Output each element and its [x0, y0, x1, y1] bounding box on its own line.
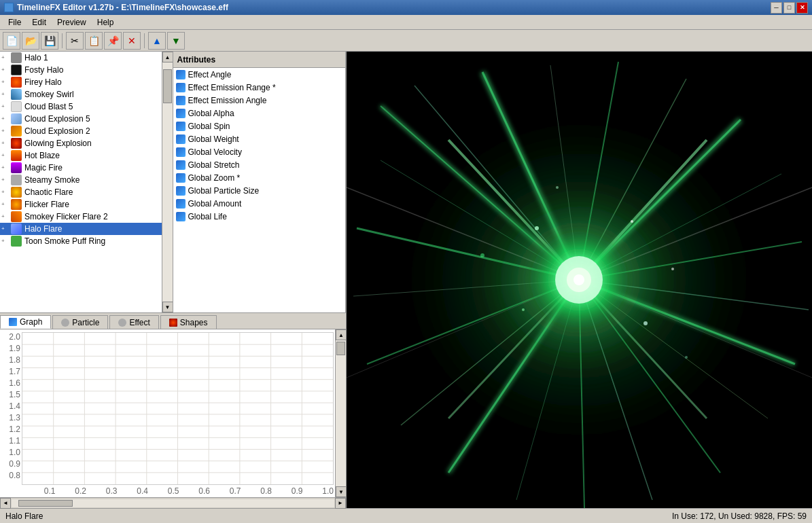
list-item[interactable]: + Chaotic Flare [0, 186, 162, 198]
copy-button[interactable]: 📋 [85, 32, 103, 50]
tab-particle[interactable]: Particle [52, 315, 108, 329]
y-label: 1.3 [1, 413, 20, 422]
menu-preview[interactable]: Preview [52, 16, 92, 29]
attr-item[interactable]: Global Zoom * [173, 171, 346, 184]
attr-name: Effect Emission Range * [188, 83, 276, 92]
save-button[interactable]: 💾 [41, 32, 58, 50]
list-item[interactable]: + Smokey Flicker Flare 2 [0, 211, 162, 223]
left-top-panel: + Halo 1 + Fosty Halo + [0, 52, 346, 313]
effect-thumbnail [11, 211, 22, 222]
list-item-selected[interactable]: + Halo Flare [0, 223, 162, 235]
expand-icon[interactable]: + [1, 67, 8, 73]
scroll-up-arrow[interactable]: ▲ [162, 52, 173, 62]
list-item[interactable]: + Hot Blaze [0, 149, 162, 162]
graph-scroll-left[interactable]: ◄ [0, 498, 11, 509]
y-spacer [1, 482, 20, 494]
effect-name: Hot Blaze [24, 151, 60, 160]
expand-icon[interactable]: + [1, 79, 8, 86]
menu-help[interactable]: Help [92, 16, 120, 29]
attr-item[interactable]: Effect Emission Angle [173, 94, 346, 107]
graph-hscroll-thumb[interactable] [18, 500, 73, 507]
attr-item[interactable]: Global Stretch [173, 158, 346, 171]
expand-icon[interactable]: + [1, 201, 8, 208]
graph-hscroll-track[interactable] [12, 499, 334, 507]
scroll-thumb[interactable] [163, 69, 172, 103]
svg-point-69 [480, 253, 484, 257]
close-button[interactable]: ✕ [796, 2, 808, 14]
expand-icon[interactable]: + [1, 115, 8, 122]
effect-name: Fosty Halo [24, 65, 63, 75]
attr-item[interactable]: Global Spin [173, 120, 346, 132]
expand-icon[interactable]: + [1, 103, 8, 110]
graph-x-labels: 0.0 0.1 0.2 0.3 0.4 0.5 0.6 0.7 0.8 0.9 … [22, 485, 335, 497]
list-item[interactable]: + Cloud Blast 5 [0, 101, 162, 113]
graph-scroll-down[interactable]: ▼ [336, 486, 346, 497]
graph-content: 2.0 1.9 1.8 1.7 1.6 1.5 1.4 1.3 1.2 1.1 … [0, 329, 346, 497]
graph-vscroll-thumb[interactable] [336, 342, 345, 355]
expand-icon[interactable]: + [1, 140, 8, 147]
graph-y-labels: 2.0 1.9 1.8 1.7 1.6 1.5 1.4 1.3 1.2 1.1 … [0, 329, 22, 497]
list-item[interactable]: + Cloud Explosion 2 [0, 125, 162, 137]
expand-icon[interactable]: + [1, 128, 8, 134]
menu-edit[interactable]: Edit [27, 16, 52, 29]
list-item[interactable]: + Cloud Explosion 5 [0, 113, 162, 125]
attr-item[interactable]: Global Life [173, 210, 346, 223]
menu-file[interactable]: File [3, 16, 27, 29]
attr-item[interactable]: Global Alpha [173, 107, 346, 120]
expand-icon[interactable]: + [1, 238, 8, 245]
list-item[interactable]: + Firey Halo [0, 76, 162, 88]
expand-icon[interactable]: + [1, 226, 8, 232]
list-item[interactable]: + Fosty Halo [0, 64, 162, 76]
paste-button[interactable]: 📌 [104, 32, 122, 50]
expand-icon[interactable]: + [1, 164, 8, 171]
tab-shapes[interactable]: Shapes [160, 315, 217, 329]
open-button[interactable]: 📂 [22, 32, 39, 50]
list-item[interactable]: + Glowing Explosion [0, 137, 162, 149]
list-item[interactable]: + Magic Fire [0, 162, 162, 174]
tab-effect[interactable]: Effect [109, 315, 158, 329]
graph-grid-svg [22, 333, 333, 484]
effect-thumbnail [11, 187, 22, 198]
new-button[interactable]: 📄 [3, 32, 20, 50]
expand-icon[interactable]: + [1, 213, 8, 220]
list-item[interactable]: + Steamy Smoke [0, 174, 162, 186]
attr-item[interactable]: Global Particle Size [173, 184, 346, 197]
graph-area[interactable] [22, 332, 334, 485]
graph-vscroll-track[interactable] [336, 340, 346, 486]
effect-thumbnail [11, 150, 22, 161]
cut-button[interactable]: ✂ [66, 32, 84, 50]
tab-graph-label: Graph [20, 317, 42, 327]
effect-thumbnail [11, 236, 22, 247]
expand-icon[interactable]: + [1, 189, 8, 196]
scroll-track[interactable] [162, 62, 173, 302]
expand-icon[interactable]: + [1, 177, 8, 183]
list-item[interactable]: + Flicker Flare [0, 198, 162, 211]
expand-icon[interactable]: + [1, 152, 8, 159]
maximize-button[interactable]: □ [783, 2, 795, 14]
attr-item[interactable]: Effect Emission Range * [173, 81, 346, 94]
list-item[interactable]: + Toon Smoke Puff Ring [0, 235, 162, 247]
scroll-down-arrow[interactable]: ▼ [162, 302, 173, 312]
expand-icon[interactable]: + [1, 91, 8, 98]
minimize-button[interactable]: ─ [771, 2, 782, 14]
x-label: 1.0 [322, 486, 334, 497]
move-up-button[interactable]: ▲ [148, 32, 166, 50]
attr-item[interactable]: Global Weight [173, 132, 346, 145]
list-item[interactable]: + Halo 1 [0, 52, 162, 64]
tab-graph[interactable]: Graph [0, 315, 51, 329]
attr-item[interactable]: Global Velocity [173, 145, 346, 158]
menu-bar: File Edit Preview Help [0, 15, 812, 30]
effect-name: Magic Fire [24, 163, 63, 173]
graph-scroll-right[interactable]: ► [335, 498, 346, 509]
tab-effect-label: Effect [129, 318, 149, 327]
graph-scroll-up[interactable]: ▲ [336, 329, 346, 340]
attr-item[interactable]: Global Amount [173, 197, 346, 210]
delete-button[interactable]: ✕ [123, 32, 141, 50]
attr-item[interactable]: Effect Angle [173, 68, 346, 81]
attr-icon [176, 199, 186, 209]
effect-list-panel: + Halo 1 + Fosty Halo + [0, 52, 173, 312]
list-scrollbar: ▲ ▼ [162, 52, 173, 312]
expand-icon[interactable]: + [1, 54, 8, 61]
move-down-button[interactable]: ▼ [167, 32, 185, 50]
list-item[interactable]: + Smokey Swirl [0, 88, 162, 101]
